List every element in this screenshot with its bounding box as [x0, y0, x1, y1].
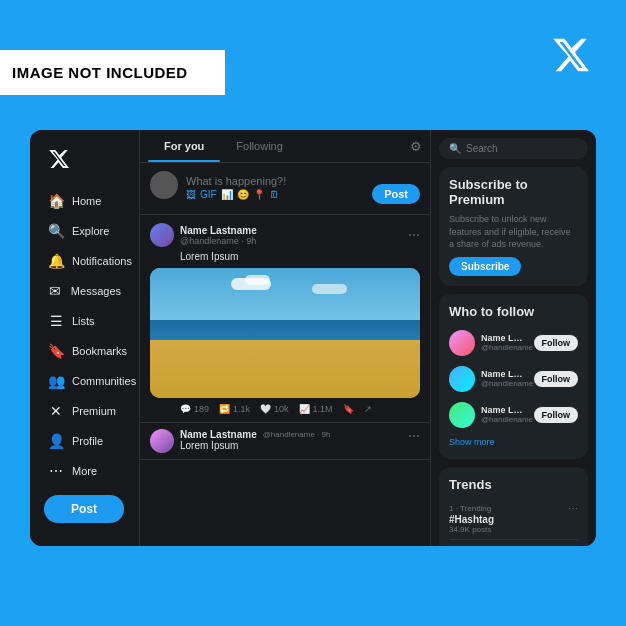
- tweet-1-user: Name Lastname @handlename · 9h: [180, 225, 402, 246]
- compose-icons: 🖼 GIF 📊 😊 📍 🗓: [186, 187, 364, 206]
- follow-button-3[interactable]: Follow: [534, 407, 579, 423]
- tweet-2-name: Name Lastname: [180, 429, 257, 440]
- who-to-follow-title: Who to follow: [449, 304, 578, 319]
- communities-icon: 👥: [48, 373, 64, 389]
- sidebar-item-explore[interactable]: 🔍 Explore: [38, 217, 131, 245]
- sidebar-item-explore-label: Explore: [72, 225, 109, 237]
- sidebar-item-premium[interactable]: ✕ Premium: [38, 397, 131, 425]
- compose-area: What is happening?! 🖼 GIF 📊 😊 📍 🗓 Post: [140, 163, 430, 215]
- tab-for-you[interactable]: For you: [148, 130, 220, 162]
- follow-button-2[interactable]: Follow: [534, 371, 579, 387]
- lists-icon: ☰: [48, 313, 64, 329]
- image-compose-icon[interactable]: 🖼: [186, 189, 196, 200]
- cloud-2: [245, 275, 270, 285]
- premium-title: Subscribe to Premium: [449, 177, 578, 207]
- tweet-1-image: [150, 268, 420, 398]
- tweet-2-avatar: [150, 429, 174, 453]
- messages-icon: ✉: [48, 283, 63, 299]
- trend-1-meta: 1 · Trending: [449, 504, 491, 513]
- trends-title: Trends: [449, 477, 578, 492]
- trend-1-more-icon[interactable]: ⋯: [568, 503, 578, 514]
- sidebar-logo: [38, 142, 131, 181]
- trend-1-tag[interactable]: #Hashtag: [449, 514, 578, 525]
- tweet-1-like[interactable]: 🤍 10k: [260, 404, 289, 414]
- follow-info-1: Name Lastname @handlename: [481, 333, 528, 352]
- emoji-compose-icon[interactable]: 😊: [237, 189, 249, 200]
- tweet-1-reply[interactable]: 💬 189: [180, 404, 209, 414]
- tab-following[interactable]: Following: [220, 130, 298, 162]
- trends-card: Trends 1 · Trending ⋯ #Hashtag 34.9K pos…: [439, 467, 588, 546]
- follow-handle-3: @handlename: [481, 415, 528, 424]
- sidebar-item-bookmarks[interactable]: 🔖 Bookmarks: [38, 337, 131, 365]
- beach-sand: [150, 340, 420, 399]
- follow-button-1[interactable]: Follow: [534, 335, 579, 351]
- sidebar-item-profile-label: Profile: [72, 435, 103, 447]
- sidebar-item-communities[interactable]: 👥 Communities: [38, 367, 131, 395]
- premium-icon: ✕: [48, 403, 64, 419]
- banner-text: IMAGE NOT INCLUDED: [12, 64, 188, 81]
- compose-post-button[interactable]: Post: [372, 184, 420, 204]
- follow-name-2: Name Lastname: [481, 369, 528, 379]
- image-not-included-banner: IMAGE NOT INCLUDED: [0, 50, 225, 95]
- follow-name-1: Name Lastname: [481, 333, 528, 343]
- post-button[interactable]: Post: [44, 495, 124, 523]
- sidebar-item-more[interactable]: ⋯ More: [38, 457, 131, 485]
- poll-compose-icon[interactable]: 📊: [221, 189, 233, 200]
- sidebar-item-messages-label: Messages: [71, 285, 121, 297]
- trend-1-posts: 34.9K posts: [449, 525, 578, 534]
- location-compose-icon[interactable]: 📍: [253, 189, 265, 200]
- main-feed: For you Following ⚙ What is happening?! …: [140, 130, 431, 546]
- tweet-2: Name Lastname @handlename · 9h Lorem Ips…: [140, 423, 430, 460]
- follow-info-3: Name Lastname @handlename: [481, 405, 528, 424]
- tweet-2-text: Lorem Ipsum: [180, 440, 402, 451]
- tweet-1: Name Lastname @handlename · 9h ⋯ Lorem I…: [140, 215, 430, 423]
- search-input: Search: [466, 143, 498, 154]
- twitter-ui-container: 🏠 Home 🔍 Explore 🔔 Notifications ✉ Messa…: [30, 130, 596, 546]
- sidebar-item-messages[interactable]: ✉ Messages: [38, 277, 131, 305]
- tweet-1-retweet[interactable]: 🔁 1.1k: [219, 404, 250, 414]
- sidebar-item-profile[interactable]: 👤 Profile: [38, 427, 131, 455]
- settings-icon[interactable]: ⚙: [410, 139, 422, 154]
- right-panel: 🔍 Search Subscribe to Premium Subscribe …: [431, 130, 596, 546]
- follow-avatar-2: [449, 366, 475, 392]
- tweet-1-header: Name Lastname @handlename · 9h ⋯: [150, 223, 420, 247]
- tweet-2-more-icon[interactable]: ⋯: [408, 429, 420, 443]
- search-icon: 🔍: [449, 143, 461, 154]
- tweet-1-name: Name Lastname: [180, 225, 402, 236]
- tweet-1-text: Lorem Ipsum: [150, 251, 420, 262]
- trend-1-header: 1 · Trending ⋯: [449, 503, 578, 514]
- bookmarks-icon: 🔖: [48, 343, 64, 359]
- x-logo-header: [546, 30, 596, 80]
- follow-info-2: Name Lastname @handlename: [481, 369, 528, 388]
- more-icon: ⋯: [48, 463, 64, 479]
- home-icon: 🏠: [48, 193, 64, 209]
- sidebar-item-premium-label: Premium: [72, 405, 116, 417]
- follow-handle-1: @handlename: [481, 343, 528, 352]
- sidebar-item-home[interactable]: 🏠 Home: [38, 187, 131, 215]
- show-more-link[interactable]: Show more: [449, 433, 578, 449]
- trend-2-more-icon[interactable]: ⋯: [568, 545, 578, 546]
- follow-avatar-3: [449, 402, 475, 428]
- tweet-1-actions: 💬 189 🔁 1.1k 🤍 10k 📈 1.1M 🔖: [150, 404, 420, 414]
- trend-item-2: 2 · Trending ⋯ #Hashtag 34.9K posts: [449, 540, 578, 546]
- tweet-1-share[interactable]: ↗: [364, 404, 372, 414]
- explore-icon: 🔍: [48, 223, 64, 239]
- subscribe-button[interactable]: Subscribe: [449, 257, 521, 276]
- trend-2-header: 2 · Trending ⋯: [449, 545, 578, 546]
- tweet-1-handle: @handlename · 9h: [180, 236, 402, 246]
- gif-compose-icon[interactable]: GIF: [200, 189, 217, 200]
- trend-item-1: 1 · Trending ⋯ #Hashtag 34.9K posts: [449, 498, 578, 540]
- compose-placeholder[interactable]: What is happening?!: [186, 171, 364, 187]
- sidebar-item-lists[interactable]: ☰ Lists: [38, 307, 131, 335]
- tweet-1-views[interactable]: 📈 1.1M: [299, 404, 333, 414]
- sidebar-item-notifications[interactable]: 🔔 Notifications: [38, 247, 131, 275]
- tweet-1-more-icon[interactable]: ⋯: [408, 228, 420, 242]
- cloud-3: [312, 284, 347, 294]
- tweet-1-bookmark[interactable]: 🔖: [343, 404, 354, 414]
- follow-item-3: Name Lastname @handlename Follow: [449, 397, 578, 433]
- search-bar[interactable]: 🔍 Search: [439, 138, 588, 159]
- schedule-compose-icon[interactable]: 🗓: [269, 189, 279, 200]
- sidebar-item-notifications-label: Notifications: [72, 255, 132, 267]
- tweet-2-handle: @handlename · 9h: [263, 430, 331, 439]
- notifications-icon: 🔔: [48, 253, 64, 269]
